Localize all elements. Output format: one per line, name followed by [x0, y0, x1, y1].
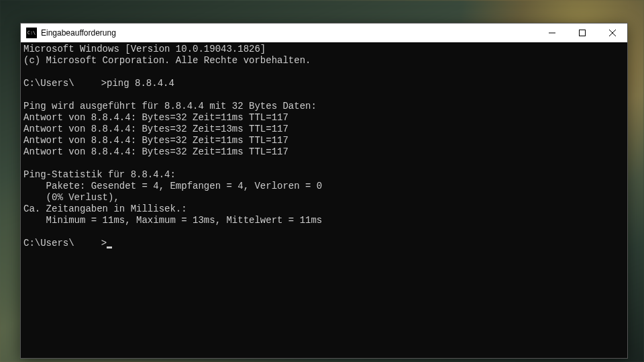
- ping-stats-time-header: Ca. Zeitangaben in Millisek.:: [23, 203, 187, 214]
- os-version-line: Microsoft Windows [Version 10.0.19043.18…: [23, 44, 266, 54]
- prompt-suffix: >: [101, 78, 107, 89]
- ping-stats-loss: (0% Verlust),: [23, 192, 119, 203]
- cursor: [107, 246, 112, 248]
- ping-reply: Antwort von 8.8.4.4: Bytes=32 Zeit=11ms …: [23, 135, 288, 146]
- cmd-icon: [26, 28, 37, 38]
- ping-stats-time: Minimum = 11ms, Maximum = 13ms, Mittelwe…: [23, 215, 322, 226]
- close-button[interactable]: [597, 24, 627, 42]
- window-title: Eingabeaufforderung: [41, 28, 537, 38]
- terminal-output[interactable]: Microsoft Windows [Version 10.0.19043.18…: [21, 42, 627, 358]
- ping-header: Ping wird ausgeführt für 8.8.4.4 mit 32 …: [23, 101, 317, 111]
- maximize-button[interactable]: [567, 24, 597, 42]
- copyright-line: (c) Microsoft Corporation. Alle Rechte v…: [23, 55, 311, 66]
- command-prompt-window: Eingabeaufforderung Microsoft Windows [V…: [20, 23, 628, 359]
- ping-stats-packets: Pakete: Gesendet = 4, Empfangen = 4, Ver…: [23, 181, 322, 191]
- prompt-suffix: >: [101, 238, 107, 248]
- minimize-button[interactable]: [537, 24, 567, 42]
- ping-reply: Antwort von 8.8.4.4: Bytes=32 Zeit=11ms …: [23, 112, 288, 123]
- svg-rect-1: [579, 30, 585, 36]
- ping-reply: Antwort von 8.8.4.4: Bytes=32 Zeit=11ms …: [23, 146, 288, 157]
- titlebar[interactable]: Eingabeaufforderung: [21, 24, 627, 42]
- ping-stats-header: Ping-Statistik für 8.8.4.4:: [23, 169, 176, 180]
- prompt-prefix: C:\Users\: [23, 238, 74, 248]
- ping-reply: Antwort von 8.8.4.4: Bytes=32 Zeit=13ms …: [23, 124, 288, 134]
- entered-command: ping 8.8.4.4: [107, 78, 174, 89]
- window-controls: [537, 24, 627, 42]
- prompt-prefix: C:\Users\: [23, 78, 74, 89]
